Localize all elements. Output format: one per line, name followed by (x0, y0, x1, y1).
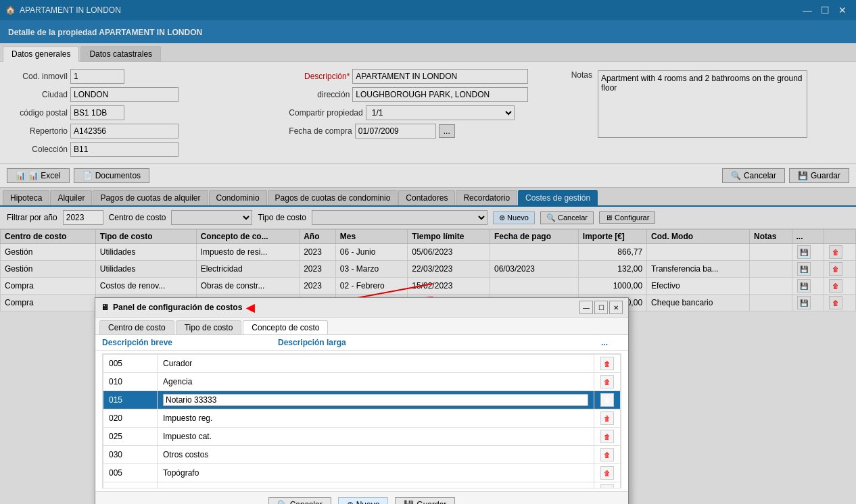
modal-cell-description: Diseñador de interiores (158, 482, 594, 489)
modal-title: Panel de configuración de costos (113, 303, 242, 312)
modal-cell-description: Impuesto cat. (158, 428, 594, 446)
modal-cell-code: 030 (103, 446, 158, 464)
modal-table-row[interactable]: 010 Agencia 🗑 (103, 373, 621, 391)
modal-table-row[interactable]: 010 Diseñador de interiores 🗑 (103, 482, 621, 489)
modal-guardar-button[interactable]: 💾 Guardar (395, 497, 455, 504)
modal-close-button[interactable]: ✕ (609, 301, 623, 314)
modal-tabs: Centro de costo Tipo de costo Concepto d… (95, 318, 628, 335)
modal-description-input[interactable] (163, 394, 588, 406)
modal-body: 005 Curador 🗑 010 Agencia 🗑 015 🗑 020 Im… (95, 353, 628, 488)
modal-title-bar: 🖥 Panel de configuración de costos ◀ — ☐… (95, 298, 628, 318)
modal-cell-description: Impuesto reg. (158, 409, 594, 428)
modal-footer: 🔍 Cancelar ⊕ Nuevo 💾 Guardar (95, 491, 628, 504)
modal-delete-button[interactable]: 🗑 (600, 430, 614, 443)
modal-cell-description: Topógrafo (158, 464, 594, 482)
modal-cell-code: 010 (103, 482, 158, 489)
modal-cell-code: 020 (103, 409, 158, 428)
modal-cell-delete[interactable]: 🗑 (594, 428, 621, 446)
modal-cell-code: 005 (103, 464, 158, 482)
modal-cancelar-button[interactable]: 🔍 Cancelar (268, 497, 331, 504)
modal-cell-code: 015 (103, 391, 158, 409)
modal-tab-concepto-costo[interactable]: Concepto de costo (243, 320, 328, 334)
modal-delete-button[interactable]: 🗑 (600, 357, 614, 370)
modal-cell-delete[interactable]: 🗑 (594, 391, 621, 409)
modal-th-descripcion-breve: Descripción breve (102, 338, 278, 347)
modal-minimize-button[interactable]: — (579, 301, 593, 314)
modal-cancelar-icon: 🔍 (277, 500, 287, 504)
modal-cell-code: 005 (103, 355, 158, 373)
modal-tab-tipo-costo[interactable]: Tipo de costo (176, 320, 242, 334)
modal-table: 005 Curador 🗑 010 Agencia 🗑 015 🗑 020 Im… (103, 354, 621, 488)
modal-cell-code: 025 (103, 428, 158, 446)
modal-table-header: Descripción breve Descripción larga ... (95, 335, 628, 351)
modal-table-row[interactable]: 020 Impuesto reg. 🗑 (103, 409, 621, 428)
modal-delete-button[interactable]: 🗑 (600, 484, 614, 488)
modal-panel: 🖥 Panel de configuración de costos ◀ — ☐… (95, 297, 629, 504)
modal-scroll[interactable]: 005 Curador 🗑 010 Agencia 🗑 015 🗑 020 Im… (102, 353, 621, 488)
modal-icon: 🖥 (101, 303, 109, 312)
modal-table-row[interactable]: 015 🗑 (103, 391, 621, 409)
modal-th-actions: ... (601, 338, 621, 347)
modal-delete-button[interactable]: 🗑 (600, 411, 614, 425)
modal-cell-delete[interactable]: 🗑 (594, 464, 621, 482)
modal-table-row[interactable]: 005 Topógrafo 🗑 (103, 464, 621, 482)
arrow-indicator: ◀ (246, 301, 254, 314)
modal-nuevo-button[interactable]: ⊕ Nuevo (338, 497, 389, 504)
modal-cell-code: 010 (103, 373, 158, 391)
modal-delete-button[interactable]: 🗑 (600, 375, 614, 388)
modal-cell-delete[interactable]: 🗑 (594, 446, 621, 464)
modal-cell-delete[interactable]: 🗑 (594, 409, 621, 428)
modal-cell-description: Agencia (158, 373, 594, 391)
modal-th-descripcion-larga: Descripción larga (278, 338, 601, 347)
modal-cell-description[interactable] (158, 391, 594, 409)
modal-guardar-icon: 💾 (404, 500, 414, 504)
modal-cell-delete[interactable]: 🗑 (594, 482, 621, 489)
modal-delete-button[interactable]: 🗑 (600, 393, 614, 407)
modal-maximize-button[interactable]: ☐ (594, 301, 608, 314)
modal-table-row[interactable]: 005 Curador 🗑 (103, 355, 621, 373)
modal-table-row[interactable]: 025 Impuesto cat. 🗑 (103, 428, 621, 446)
modal-cell-description: Otros costos (158, 446, 594, 464)
modal-nuevo-icon: ⊕ (347, 500, 354, 504)
modal-table-row[interactable]: 030 Otros costos 🗑 (103, 446, 621, 464)
modal-cell-delete[interactable]: 🗑 (594, 373, 621, 391)
modal-cell-description: Curador (158, 355, 594, 373)
modal-tab-centro-costo[interactable]: Centro de costo (99, 320, 174, 334)
modal-delete-button[interactable]: 🗑 (600, 466, 614, 480)
modal-delete-button[interactable]: 🗑 (600, 448, 614, 461)
modal-cell-delete[interactable]: 🗑 (594, 355, 621, 373)
